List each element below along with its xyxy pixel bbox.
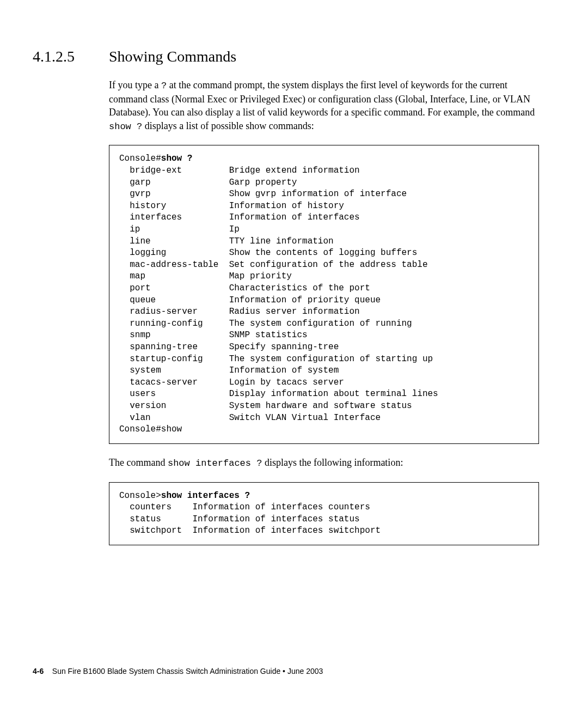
text-fragment: at the command prompt, the system displa…	[109, 80, 535, 118]
text-fragment: The command	[109, 457, 168, 468]
footer-text: Sun Fire B1600 Blade System Chassis Swit…	[52, 667, 323, 675]
intro-paragraph: If you type a ? at the command prompt, t…	[109, 78, 539, 133]
section-heading: 4.1.2.5 Showing Commands	[33, 48, 539, 65]
page-footer: 4-6 Sun Fire B1600 Blade System Chassis …	[33, 667, 323, 675]
text-fragment: displays a list of possible show command…	[142, 120, 314, 131]
page-number: 4-6	[33, 667, 44, 675]
section-number: 4.1.2.5	[33, 48, 109, 65]
page: 4.1.2.5 Showing Commands If you type a ?…	[0, 0, 588, 706]
section-title: Showing Commands	[109, 48, 236, 65]
code-block-show: Console#show ? bridge-ext Bridge extend …	[109, 145, 539, 443]
code-block-show-interfaces: Console>show interfaces ? counters Infor…	[109, 482, 539, 545]
mid-paragraph: The command show interfaces ? displays t…	[109, 456, 539, 470]
question-mark-literal: ?	[161, 81, 167, 91]
inline-command: show interfaces ?	[168, 458, 262, 468]
inline-command: show ?	[109, 121, 142, 132]
text-fragment: displays the following information:	[262, 457, 403, 468]
text-fragment: If you type a	[109, 80, 161, 90]
